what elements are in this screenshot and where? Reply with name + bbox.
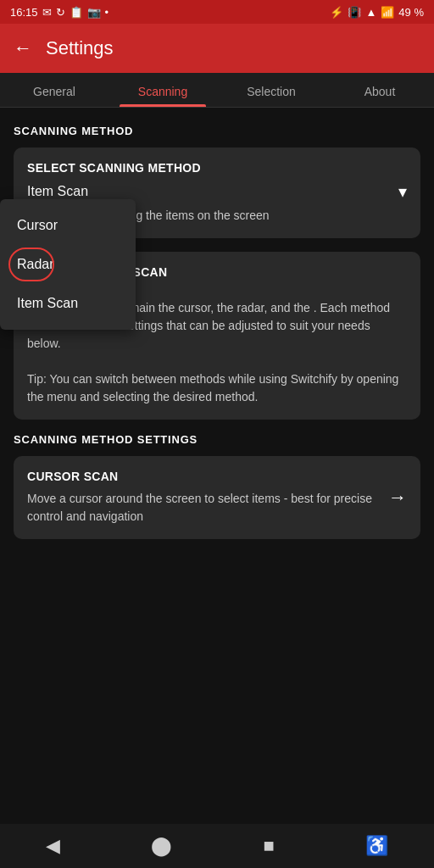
page-title: Settings (46, 37, 114, 59)
nav-back-button[interactable]: ◀ (46, 835, 60, 857)
dropdown-option-radar[interactable]: Radar (0, 245, 136, 284)
scanning-method-settings-label: SCANNING METHOD SETTINGS (14, 433, 420, 446)
dropdown-selected-value: Item Scan (27, 184, 88, 199)
vibrate-icon: 📳 (348, 6, 361, 19)
cursor-scan-title: CURSOR SCAN (27, 470, 378, 483)
time-display: 16:15 (10, 6, 38, 19)
nav-home-button[interactable]: ⬤ (151, 835, 172, 857)
tab-bar: General Scanning Selection About (0, 73, 434, 108)
back-button[interactable]: ← (14, 37, 32, 59)
tab-about[interactable]: About (326, 73, 434, 107)
status-indicators: ⚡ 📳 ▲ 📶 49 % (330, 6, 424, 19)
bottom-nav: ◀ ⬤ ■ ♿ (0, 824, 434, 868)
wifi-icon: ▲ (365, 6, 376, 19)
app-bar: ← Settings (0, 24, 434, 73)
dropdown-arrow-icon[interactable]: ▾ (398, 181, 407, 202)
tab-selection[interactable]: Selection (217, 73, 326, 107)
select-method-title: SELECT SCANNING METHOD (27, 161, 407, 175)
signal-icon: 📶 (381, 6, 394, 19)
nav-recents-button[interactable]: ■ (264, 835, 275, 857)
dropdown-menu: Cursor Radar Item Scan (0, 199, 136, 330)
email-icon: ✉ (42, 6, 52, 19)
tab-scanning[interactable]: Scanning (108, 73, 217, 107)
sync-icon: ↻ (56, 6, 65, 19)
scanning-method-label: SCANNING METHOD (14, 125, 420, 137)
dropdown-option-cursor[interactable]: Cursor (0, 206, 136, 245)
tab-general[interactable]: General (0, 73, 108, 107)
instagram-icon: 📷 (87, 6, 101, 19)
battery-display: 49 % (398, 6, 424, 19)
cursor-scan-description: Move a cursor around the screen to selec… (27, 490, 378, 526)
nav-accessibility-button[interactable]: ♿ (365, 835, 388, 857)
bluetooth-icon: ⚡ (330, 6, 343, 19)
main-content: SCANNING METHOD SELECT SCANNING METHOD I… (0, 108, 434, 556)
cursor-scan-text: CURSOR SCAN Move a cursor around the scr… (27, 470, 378, 526)
cursor-scan-arrow-icon: → (388, 487, 407, 509)
cursor-scan-card[interactable]: CURSOR SCAN Move a cursor around the scr… (14, 456, 420, 539)
status-time: 16:15 ✉ ↻ 📋 📷 • (10, 6, 108, 19)
notification-icon: 📋 (70, 6, 83, 19)
status-bar: 16:15 ✉ ↻ 📋 📷 • ⚡ 📳 ▲ 📶 49 % (0, 0, 434, 24)
dot-icon: • (105, 6, 109, 19)
dropdown-option-item-scan[interactable]: Item Scan (0, 284, 136, 323)
